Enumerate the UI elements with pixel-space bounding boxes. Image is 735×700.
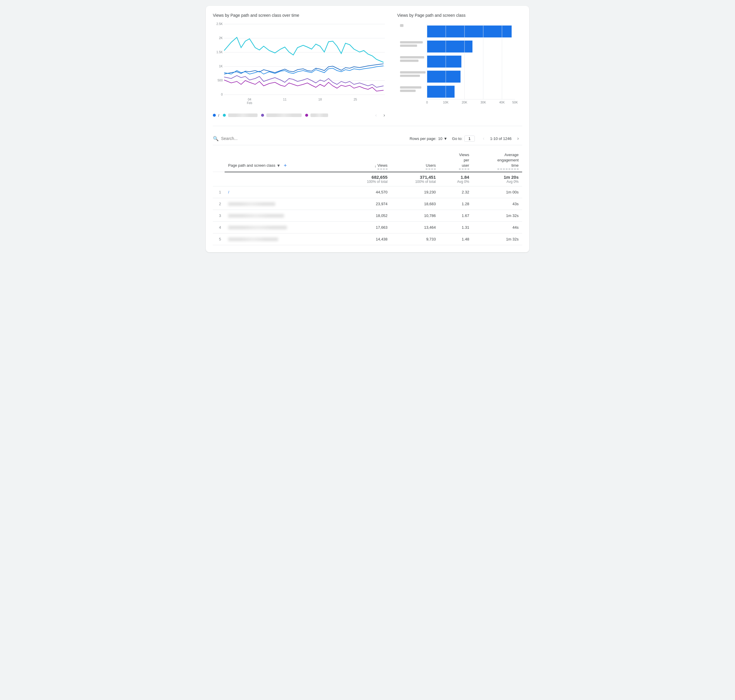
search-icon: 🔍 (213, 136, 219, 141)
goto-input[interactable] (464, 135, 475, 142)
svg-rect-17 (400, 24, 404, 27)
pagination: ‹ 1-10 of 1246 › (479, 134, 522, 143)
row-3-views: 18,052 (343, 210, 391, 221)
th-vpu-label: Viewsperuser (459, 152, 469, 169)
row-4-users: 13,464 (391, 221, 439, 233)
row-4-page[interactable] (225, 221, 343, 233)
svg-text:2.5K: 2.5K (216, 22, 223, 26)
summary-vpu: 1.84 Avg 0% (439, 172, 473, 187)
row-5-vpu: 1.48 (439, 233, 473, 245)
summary-views-main: 682,655 (346, 175, 388, 179)
table-row: 1 / 44,570 19,230 2.32 1m 00s (213, 186, 522, 198)
row-3-users: 10,786 (391, 210, 439, 221)
summary-vpu-sub: Avg 0% (443, 179, 469, 184)
th-aet-label: Averageengagementtime (497, 152, 519, 169)
row-4-aet: 44s (473, 221, 522, 233)
row-5-users: 9,733 (391, 233, 439, 245)
row-2-views: 23,974 (343, 198, 391, 210)
row-1-vpu: 2.32 (439, 186, 473, 198)
row-3-vpu: 1.67 (439, 210, 473, 221)
th-views[interactable]: ↓ Views (343, 150, 391, 172)
row-2-page[interactable] (225, 198, 343, 210)
row-3-page[interactable] (225, 210, 343, 221)
line-chart-section: Views by Page path and screen class over… (213, 13, 388, 119)
row-4-num: 4 (213, 221, 225, 233)
summary-num (213, 172, 225, 187)
legend-dot-4 (305, 114, 308, 117)
table-row: 4 17,663 13,464 1.31 44s (213, 221, 522, 233)
legend-label-4 (310, 113, 328, 117)
legend-label-3 (266, 113, 301, 117)
th-aet[interactable]: Averageengagementtime (473, 150, 522, 172)
table-header-row: Page path and screen class ▼ + ↓ Views U… (213, 150, 522, 172)
svg-rect-21 (400, 60, 419, 62)
chart-legend: / ‹ › (213, 112, 388, 119)
line-chart-svg: 2.5K 2K 1.5K 1K 500 0 04 Feb 11 18 25 (213, 21, 388, 109)
goto-wrapper: Go to: (452, 135, 475, 142)
prev-page-btn[interactable]: ‹ (479, 134, 488, 143)
summary-users: 371,451 100% of total (391, 172, 439, 187)
th-users[interactable]: Users (391, 150, 439, 172)
row-5-num: 5 (213, 233, 225, 245)
bar-4 (427, 71, 460, 82)
th-views-label: Views (378, 163, 388, 169)
svg-text:30K: 30K (481, 100, 486, 104)
th-users-label: Users (426, 163, 436, 169)
bar-5 (427, 86, 454, 98)
divider (213, 126, 522, 126)
row-3-aet: 1m 32s (473, 210, 522, 221)
svg-text:1.5K: 1.5K (216, 50, 223, 54)
th-vpu[interactable]: Viewsperuser (439, 150, 473, 172)
legend-next-btn[interactable]: › (381, 112, 388, 119)
bar-2 (427, 41, 472, 53)
row-5-page[interactable] (225, 233, 343, 245)
svg-text:500: 500 (218, 78, 223, 82)
legend-prev-btn[interactable]: ‹ (372, 112, 379, 119)
svg-text:Feb: Feb (247, 101, 252, 104)
summary-row: 682,655 100% of total 371,451 100% of to… (213, 172, 522, 187)
search-wrapper: 🔍 (213, 136, 405, 141)
bar-chart-title: Views by Page path and screen class (397, 13, 522, 18)
rows-per-page-chevron-icon: ▼ (444, 137, 447, 141)
svg-text:1K: 1K (219, 65, 223, 68)
rows-per-page-wrapper: Rows per page: 10 ▼ (410, 137, 447, 141)
bar-chart-svg: 0 10K 20K 30K 40K 50K (397, 21, 522, 109)
toolbar: 🔍 Rows per page: 10 ▼ Go to: ‹ 1-10 of 1… (213, 132, 522, 145)
svg-text:25: 25 (354, 98, 357, 101)
row-4-vpu: 1.31 (439, 221, 473, 233)
row-5-views: 14,438 (343, 233, 391, 245)
svg-rect-22 (400, 71, 426, 74)
goto-label: Go to: (452, 137, 463, 141)
svg-rect-25 (400, 90, 416, 92)
add-dimension-btn[interactable]: + (282, 162, 289, 169)
bar-1 (427, 26, 512, 38)
search-input[interactable] (221, 136, 280, 141)
row-1-page[interactable]: / (225, 186, 343, 198)
summary-users-main: 371,451 (394, 175, 436, 179)
svg-rect-20 (400, 56, 424, 59)
th-page[interactable]: Page path and screen class ▼ + (225, 150, 343, 172)
summary-vpu-main: 1.84 (443, 175, 469, 179)
legend-nav: ‹ › (372, 112, 388, 119)
next-page-btn[interactable]: › (514, 134, 522, 143)
summary-views-sub: 100% of total (346, 179, 388, 184)
bar-3 (427, 56, 461, 68)
analytics-card: Views by Page path and screen class over… (206, 6, 529, 252)
summary-aet: 1m 20s Avg 0% (473, 172, 522, 187)
summary-page (225, 172, 343, 187)
row-1-aet: 1m 00s (473, 186, 522, 198)
legend-dot-1 (213, 114, 216, 117)
table-row: 2 23,974 18,683 1.28 43s (213, 198, 522, 210)
row-2-num: 2 (213, 198, 225, 210)
row-4-views: 17,663 (343, 221, 391, 233)
legend-dot-2 (223, 114, 226, 117)
sort-down-icon: ↓ (375, 164, 376, 169)
filter-icon[interactable]: ▼ (276, 163, 281, 169)
rows-per-page-label: Rows per page: (410, 137, 436, 141)
summary-users-sub: 100% of total (394, 179, 436, 184)
row-2-users: 18,683 (391, 198, 439, 210)
row-2-aet: 43s (473, 198, 522, 210)
legend-label-1: / (218, 113, 219, 118)
rows-per-page-select[interactable]: 10 ▼ (438, 137, 447, 141)
row-1-views: 44,570 (343, 186, 391, 198)
